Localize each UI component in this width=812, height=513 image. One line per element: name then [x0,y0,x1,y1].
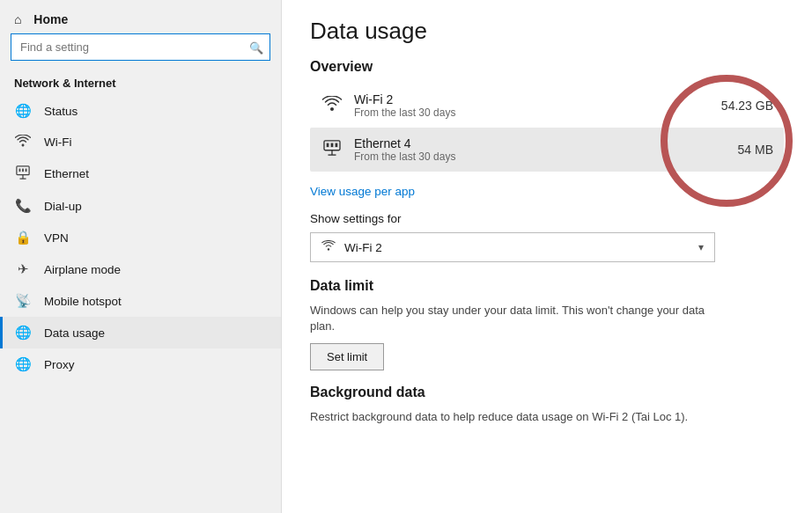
usage-row-ethernet[interactable]: Ethernet 4 From the last 30 days 54 MB [310,128,784,172]
svg-rect-1 [19,169,21,172]
svg-rect-7 [327,143,329,147]
hotspot-icon: 📡 [14,293,32,309]
svg-rect-2 [22,169,24,172]
chevron-down-icon: ▾ [698,241,704,253]
wifi-usage-name: Wi-Fi 2 [354,92,711,106]
main-content: Data usage Overview Wi-Fi 2 From the las… [282,0,812,513]
show-settings-label: Show settings for [310,212,784,225]
data-limit-desc: Windows can help you stay under your dat… [310,303,715,334]
dropdown-wifi-icon [321,240,336,254]
wifi-usage-icon [321,96,343,116]
page-title: Data usage [310,18,784,45]
search-input[interactable] [11,33,270,61]
usage-row-wifi[interactable]: Wi-Fi 2 From the last 30 days 54.23 GB [310,84,784,128]
background-data-title: Background data [310,385,784,400]
sidebar: ⌂ Home 🔍 Network & Internet 🌐 Status Wi-… [0,0,282,513]
vpn-icon: 🔒 [14,230,32,246]
wifi-icon [14,135,32,150]
view-usage-link[interactable]: View usage per app [310,185,415,198]
data-limit-section: Data limit Windows can help you stay und… [310,278,784,370]
search-icon: 🔍 [249,40,263,54]
wifi-usage-sub: From the last 30 days [354,106,711,119]
sidebar-item-vpn[interactable]: 🔒 VPN [0,222,281,253]
airplane-icon: ✈ [14,261,32,277]
status-icon: 🌐 [14,103,32,119]
datausage-icon: 🌐 [14,325,32,341]
search-container: 🔍 [11,33,270,61]
overview-title: Overview [310,59,784,75]
wifi-usage-amount: 54.23 GB [721,99,773,113]
ethernet-usage-icon [321,140,343,160]
sidebar-item-status[interactable]: 🌐 Status [0,95,281,127]
network-dropdown[interactable]: Wi-Fi 2 ▾ [310,232,715,262]
dialup-icon: 📞 [14,198,32,214]
usage-list: Wi-Fi 2 From the last 30 days 54.23 GB [310,84,784,172]
svg-rect-9 [336,143,338,147]
ethernet-usage-sub: From the last 30 days [354,150,727,163]
ethernet-icon [14,165,32,182]
sidebar-item-airplane[interactable]: ✈ Airplane mode [0,253,281,285]
overview-area: Wi-Fi 2 From the last 30 days 54.23 GB [310,84,784,172]
proxy-icon: 🌐 [14,356,32,372]
svg-rect-3 [26,169,27,172]
sidebar-item-dialup[interactable]: 📞 Dial-up [0,190,281,222]
background-data-section: Background data Restrict background data… [310,385,784,425]
wifi-usage-info: Wi-Fi 2 From the last 30 days [354,92,711,119]
sidebar-item-ethernet[interactable]: Ethernet [0,158,281,190]
svg-rect-8 [331,143,334,147]
sidebar-home-item[interactable]: ⌂ Home [0,0,281,33]
dropdown-label: Wi-Fi 2 [344,241,690,254]
data-limit-title: Data limit [310,278,784,294]
home-icon: ⌂ [14,12,21,26]
ethernet-usage-amount: 54 MB [738,143,773,157]
ethernet-usage-info: Ethernet 4 From the last 30 days [354,136,727,163]
ethernet-usage-name: Ethernet 4 [354,136,727,150]
sidebar-item-wifi[interactable]: Wi-Fi [0,127,281,158]
background-data-desc: Restrict background data to help reduce … [310,409,715,425]
sidebar-item-proxy[interactable]: 🌐 Proxy [0,348,281,380]
sidebar-item-datausage[interactable]: 🌐 Data usage [0,317,281,348]
set-limit-button[interactable]: Set limit [310,343,384,370]
sidebar-item-hotspot[interactable]: 📡 Mobile hotspot [0,285,281,317]
section-title: Network & Internet [0,71,281,95]
